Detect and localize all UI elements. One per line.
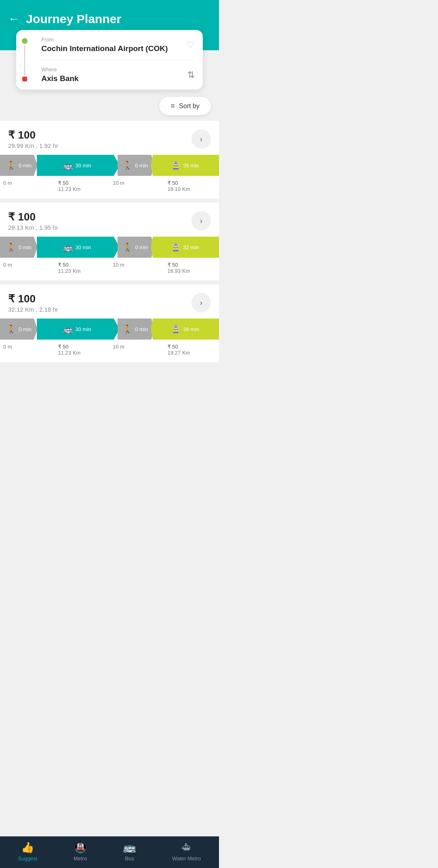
dest-dot [22,77,27,81]
walk-icon: 🚶 [6,242,16,252]
bus-icon: 🚌 [63,324,73,334]
segment-train: 🚊 35 min [151,155,219,176]
segment-time: 0 min [19,326,32,332]
walk-icon: 🚶 [6,160,16,170]
route-detail-button[interactable]: › [191,211,211,231]
segment-details: 0 m ₹ 50 11.23 Km 10 m ₹ 50 16.93 Km [0,258,219,280]
route-price: ₹ 100 [8,129,58,141]
bus-icon: 🚌 [63,160,73,170]
bus-icon: 🚌 [63,242,73,252]
segment-train: 🚊 38 min [151,319,219,340]
segment-walk: 🚶 0 min [0,155,38,176]
route-detail-button[interactable]: › [191,129,211,149]
seg-detail-train: ₹ 50 19.27 Km [164,344,219,356]
seg-detail-walk: 0 m [0,344,55,356]
segment-train: 🚊 32 min [151,237,219,258]
route-card: ₹ 100 29.13 Km , 1.95 hr › 🚶 0 min 🚌 30 … [0,203,219,280]
segment-time: 30 min [75,244,91,250]
sort-bar: ≡ Sort by [0,94,219,121]
segment-walk2: 🚶 0 min [116,237,154,258]
sort-button[interactable]: ≡ Sort by [159,97,211,115]
route-price: ₹ 100 [8,293,58,305]
transport-bar: 🚶 0 min 🚌 30 min 🚶 0 min 🚊 38 min [0,319,219,340]
walk2-icon: 🚶 [122,324,133,334]
seg-detail-bus: ₹ 50 11.23 Km [55,180,110,192]
segment-bus: 🚌 30 min [34,319,120,340]
from-value: Cochin International Airport (COK) [41,44,182,53]
segment-walk2: 🚶 0 min [116,155,154,176]
sort-icon: ≡ [171,102,175,110]
segment-walk: 🚶 0 min [0,237,38,258]
routes-list: ₹ 100 29.99 Km , 1.92 hr › 🚶 0 min 🚌 30 … [0,121,219,399]
route-meta: 32.12 Km , 2.18 hr [8,306,58,313]
segment-time: 0 min [135,326,148,332]
from-field[interactable]: From Cochin International Airport (COK) … [33,30,203,60]
route-price: ₹ 100 [8,211,58,223]
where-field[interactable]: Where Axis Bank ⇅ [33,60,203,90]
seg-detail-walk2: 10 m [110,262,164,274]
segment-time: 30 min [75,162,91,169]
seg-detail-train: ₹ 50 18.10 Km [164,180,219,192]
sort-label: Sort by [179,103,200,110]
segment-details: 0 m ₹ 50 11.23 Km 10 m ₹ 50 19.27 Km [0,340,219,362]
where-label: Where [41,66,182,73]
segment-time: 30 min [75,326,91,332]
seg-detail-walk: 0 m [0,180,55,192]
seg-detail-walk2: 10 m [110,344,164,356]
segment-walk2: 🚶 0 min [116,319,154,340]
seg-detail-bus: ₹ 50 11.23 Km [55,262,110,274]
route-meta: 29.99 Km , 1.92 hr [8,142,58,149]
segment-time: 38 min [183,326,199,332]
back-button[interactable]: ← [8,13,19,26]
swap-icon[interactable]: ⇅ [187,70,195,80]
segment-time: 0 min [135,162,148,169]
route-detail-button[interactable]: › [191,293,211,312]
seg-detail-train: ₹ 50 16.93 Km [164,262,219,274]
segment-details: 0 m ₹ 50 11.23 Km 10 m ₹ 50 18.10 Km [0,176,219,199]
segment-time: 0 min [19,162,32,169]
transport-bar: 🚶 0 min 🚌 30 min 🚶 0 min 🚊 32 min [0,237,219,258]
seg-detail-walk: 0 m [0,262,55,274]
segment-time: 0 min [135,244,148,250]
segment-bus: 🚌 30 min [34,237,120,258]
segment-walk: 🚶 0 min [0,319,38,340]
route-card: ₹ 100 32.12 Km , 2.18 hr › 🚶 0 min 🚌 30 … [0,284,219,362]
origin-dot [22,38,28,44]
transport-bar: 🚶 0 min 🚌 30 min 🚶 0 min 🚊 35 min [0,155,219,176]
page-title: Journey Planner [26,12,121,26]
where-value: Axis Bank [41,74,182,83]
seg-detail-bus: ₹ 50 11.23 Km [55,344,110,356]
train-icon: 🚊 [171,160,181,170]
segment-bus: 🚌 30 min [34,155,120,176]
walk-icon: 🚶 [6,324,16,334]
from-label: From [41,36,182,43]
train-icon: 🚊 [171,242,181,252]
segment-time: 0 min [19,244,32,250]
route-card: ₹ 100 29.99 Km , 1.92 hr › 🚶 0 min 🚌 30 … [0,121,219,199]
segment-time: 35 min [183,162,199,169]
segment-time: 32 min [183,244,199,250]
walk2-icon: 🚶 [122,242,133,252]
seg-detail-walk2: 10 m [110,180,164,192]
route-meta: 29.13 Km , 1.95 hr [8,224,58,231]
favorite-icon[interactable]: ♡ [187,40,195,50]
search-card: From Cochin International Airport (COK) … [0,38,219,98]
walk2-icon: 🚶 [122,160,133,170]
train-icon: 🚊 [171,324,181,334]
